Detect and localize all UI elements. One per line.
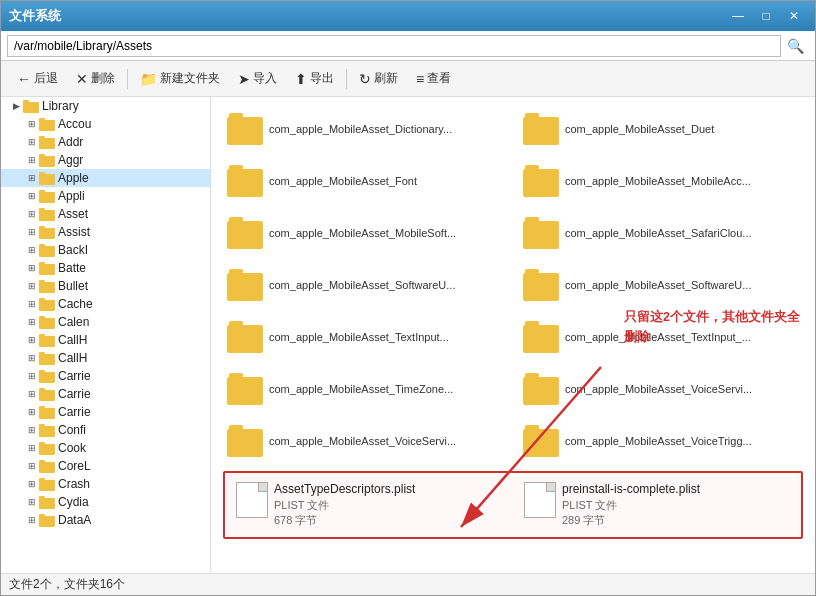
- sidebar-item-assist[interactable]: ⊞ Assist: [1, 223, 210, 241]
- tree-toggle-cydia[interactable]: ⊞: [25, 495, 39, 509]
- folder-icon: [39, 189, 55, 203]
- sidebar-item-backi[interactable]: ⊞ BackI: [1, 241, 210, 259]
- export-button[interactable]: ⬆ 导出: [287, 65, 342, 93]
- sidebar-item-carrie2[interactable]: ⊞ Carrie: [1, 385, 210, 403]
- folder-item[interactable]: com_apple_MobileAsset_MobileAcc...: [515, 157, 807, 205]
- folder-item[interactable]: com_apple_MobileAsset_Font: [219, 157, 511, 205]
- tree-toggle-crash[interactable]: ⊞: [25, 477, 39, 491]
- tree-toggle[interactable]: ▶: [9, 99, 23, 113]
- svg-rect-1: [23, 100, 29, 104]
- sidebar-item-appli[interactable]: ⊞ Appli: [1, 187, 210, 205]
- back-button[interactable]: ← 后退: [9, 65, 66, 93]
- folder-item[interactable]: com_apple_MobileAsset_SafariClou...: [515, 209, 807, 257]
- folder-item[interactable]: com_apple_MobileAsset_TextInput...: [219, 313, 511, 361]
- folder-item[interactable]: com_apple_MobileAsset_Duet: [515, 105, 807, 153]
- svg-rect-27: [39, 334, 45, 338]
- tree-toggle-bullet[interactable]: ⊞: [25, 279, 39, 293]
- tree-toggle-dataa[interactable]: ⊞: [25, 513, 39, 527]
- tree-toggle-cook[interactable]: ⊞: [25, 441, 39, 455]
- folder-item[interactable]: com_apple_MobileAsset_Dictionary...: [219, 105, 511, 153]
- sidebar-label: BackI: [58, 243, 88, 257]
- folder-icon: [39, 459, 55, 473]
- file-name: com_apple_MobileAsset_Duet: [565, 122, 714, 136]
- folder-item[interactable]: com_apple_MobileAsset_SoftwareU...: [219, 261, 511, 309]
- address-input[interactable]: [7, 35, 781, 57]
- folder-item[interactable]: com_apple_MobileAsset_VoiceServi...: [515, 365, 807, 413]
- folder-item[interactable]: com_apple_MobileAsset_VoiceServi...: [219, 417, 511, 465]
- import-button[interactable]: ➤ 导入: [230, 65, 285, 93]
- sidebar-item-cook[interactable]: ⊞ Cook: [1, 439, 210, 457]
- plist-item-1[interactable]: AssetTypeDescriptors.plist PLIST 文件 678 …: [225, 473, 513, 537]
- tree-toggle-carrie1[interactable]: ⊞: [25, 369, 39, 383]
- tree-toggle-corel[interactable]: ⊞: [25, 459, 39, 473]
- main-window: 文件系统 — □ ✕ 🔍 ← 后退 ✕ 删除 📁 新建文件夹 ➤ 导入 ⬆: [0, 0, 816, 596]
- sidebar-label: Carrie: [58, 387, 91, 401]
- close-button[interactable]: ✕: [781, 6, 807, 26]
- tree-toggle-addr[interactable]: ⊞: [25, 135, 39, 149]
- sidebar-label: CallH: [58, 351, 87, 365]
- tree-toggle-carrie2[interactable]: ⊞: [25, 387, 39, 401]
- tree-toggle-appli[interactable]: ⊞: [25, 189, 39, 203]
- tree-toggle-confi[interactable]: ⊞: [25, 423, 39, 437]
- folder-item[interactable]: com_apple_MobileAsset_MobileSoft...: [219, 209, 511, 257]
- folder-item[interactable]: com_apple_MobileAsset_TimeZone...: [219, 365, 511, 413]
- delete-button[interactable]: ✕ 删除: [68, 65, 123, 93]
- folder-icon: [39, 261, 55, 275]
- folder-icon-big: [227, 425, 263, 457]
- sidebar-item-accou[interactable]: ⊞ Accou: [1, 115, 210, 133]
- plist-item-2[interactable]: preinstall-is-complete.plist PLIST 文件 28…: [513, 473, 801, 537]
- sidebar-item-carrie1[interactable]: ⊞ Carrie: [1, 367, 210, 385]
- new-folder-button[interactable]: 📁 新建文件夹: [132, 65, 228, 93]
- tree-toggle-callh1[interactable]: ⊞: [25, 333, 39, 347]
- tree-toggle-cache[interactable]: ⊞: [25, 297, 39, 311]
- folder-item[interactable]: com_apple_MobileAsset_SoftwareU...: [515, 261, 807, 309]
- sidebar-item-cydia[interactable]: ⊞ Cydia: [1, 493, 210, 511]
- tree-toggle-callh2[interactable]: ⊞: [25, 351, 39, 365]
- file-name: com_apple_MobileAsset_VoiceServi...: [565, 382, 752, 396]
- file-browser[interactable]: 只留这2个文件，其他文件夹全删除 c: [211, 97, 815, 573]
- sidebar-item-batte[interactable]: ⊞ Batte: [1, 259, 210, 277]
- sidebar-label: Accou: [58, 117, 91, 131]
- address-bar: 🔍: [1, 31, 815, 61]
- sidebar-item-carrie3[interactable]: ⊞ Carrie: [1, 403, 210, 421]
- view-button[interactable]: ≡ 查看: [408, 65, 459, 93]
- sidebar-item-addr[interactable]: ⊞ Addr: [1, 133, 210, 151]
- tree-toggle-accou[interactable]: ⊞: [25, 117, 39, 131]
- sidebar-item-callh2[interactable]: ⊞ CallH: [1, 349, 210, 367]
- sidebar-item-aggr[interactable]: ⊞ Aggr: [1, 151, 210, 169]
- sidebar-item-dataa[interactable]: ⊞ DataA: [1, 511, 210, 529]
- tree-toggle-calen[interactable]: ⊞: [25, 315, 39, 329]
- sidebar-item-confi[interactable]: ⊞ Confi: [1, 421, 210, 439]
- sidebar[interactable]: ▶ Library ⊞ Accou ⊞ Addr ⊞ Aggr ⊞: [1, 97, 211, 573]
- sidebar-item-calen[interactable]: ⊞ Calen: [1, 313, 210, 331]
- plist-name: AssetTypeDescriptors.plist: [274, 482, 415, 496]
- folder-icon-big: [523, 425, 559, 457]
- sidebar-item-corel[interactable]: ⊞ CoreL: [1, 457, 210, 475]
- tree-toggle-assist[interactable]: ⊞: [25, 225, 39, 239]
- sidebar-item-apple[interactable]: ⊞ Apple: [1, 169, 210, 187]
- sidebar-item-library[interactable]: ▶ Library: [1, 97, 210, 115]
- tree-toggle-carrie3[interactable]: ⊞: [25, 405, 39, 419]
- tree-toggle-apple[interactable]: ⊞: [25, 171, 39, 185]
- sidebar-item-asset[interactable]: ⊞ Asset: [1, 205, 210, 223]
- sidebar-item-bullet[interactable]: ⊞ Bullet: [1, 277, 210, 295]
- sidebar-item-cache[interactable]: ⊞ Cache: [1, 295, 210, 313]
- toolbar: ← 后退 ✕ 删除 📁 新建文件夹 ➤ 导入 ⬆ 导出 ↻ 刷新 ≡ 查看: [1, 61, 815, 97]
- search-button[interactable]: 🔍: [781, 34, 809, 58]
- sidebar-item-crash[interactable]: ⊞ Crash: [1, 475, 210, 493]
- folder-item[interactable]: com_apple_MobileAsset_VoiceTrigg...: [515, 417, 807, 465]
- plist-type: PLIST 文件: [274, 498, 415, 513]
- folder-icon-big: [523, 165, 559, 197]
- svg-rect-39: [39, 442, 45, 446]
- tree-toggle-backi[interactable]: ⊞: [25, 243, 39, 257]
- maximize-button[interactable]: □: [753, 6, 779, 26]
- minimize-button[interactable]: —: [725, 6, 751, 26]
- svg-rect-3: [39, 118, 45, 122]
- tree-toggle-aggr[interactable]: ⊞: [25, 153, 39, 167]
- tree-toggle-batte[interactable]: ⊞: [25, 261, 39, 275]
- sidebar-item-callh1[interactable]: ⊞ CallH: [1, 331, 210, 349]
- refresh-button[interactable]: ↻ 刷新: [351, 65, 406, 93]
- view-label: 查看: [427, 70, 451, 87]
- file-name: com_apple_MobileAsset_TimeZone...: [269, 382, 453, 396]
- tree-toggle-asset[interactable]: ⊞: [25, 207, 39, 221]
